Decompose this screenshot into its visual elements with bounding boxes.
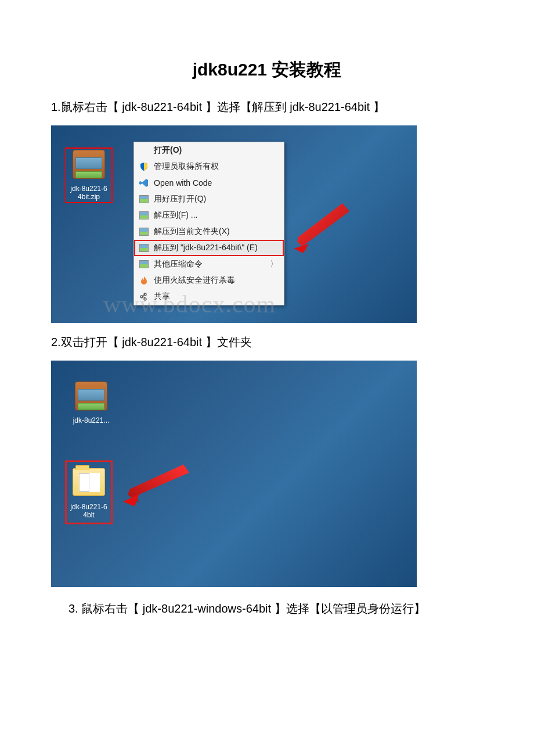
archive-icon	[75, 381, 107, 414]
folder-name-line1: jdk-8u221-6	[69, 503, 109, 511]
fire-icon	[139, 275, 149, 286]
step-3-text: 3. 鼠标右击【 jdk-8u221-windows-64bit 】选择【以管理…	[41, 601, 493, 617]
menu-virus-scan[interactable]: 使用火绒安全进行杀毒	[134, 272, 284, 289]
menu-share-label: 共享	[154, 291, 170, 302]
menu-admin-label: 管理员取得所有权	[154, 161, 219, 172]
menu-vscode-label: Open with Code	[154, 178, 212, 188]
menu-share[interactable]: 共享	[134, 289, 284, 305]
menu-open[interactable]: 打开(O)	[134, 142, 284, 159]
svg-marker-0	[297, 203, 349, 252]
zip-filename: jdk-8u221...	[67, 416, 115, 424]
share-icon	[139, 291, 149, 302]
haozip-icon	[139, 259, 149, 269]
step-2-text: 2.双击打开【 jdk-8u221-64bit 】文件夹	[51, 334, 493, 350]
red-arrow-icon	[122, 462, 197, 509]
desktop-zip-icon[interactable]: jdk-8u221-6 4bit.zip	[65, 147, 113, 203]
submenu-arrow-icon: 〉	[270, 259, 278, 269]
folder-name-line2: 4bit	[69, 511, 109, 519]
zip-filename-line1: jdk-8u221-6	[67, 185, 110, 193]
page-title: jdk8u221 安装教程	[41, 58, 493, 82]
haozip-icon	[139, 210, 149, 221]
zip-filename-line2: 4bit.zip	[67, 193, 110, 201]
screenshot-1: jdk-8u221-6 4bit.zip 打开(O) 管理员取得所有权 Open…	[51, 125, 417, 323]
menu-extract-to-label: 解压到(F) ...	[154, 210, 197, 221]
menu-other-compress[interactable]: 其他压缩命令 〉	[134, 256, 284, 272]
menu-haozip-open[interactable]: 用好压打开(Q)	[134, 191, 284, 207]
haozip-icon	[139, 194, 149, 204]
menu-extract-here[interactable]: 解压到当前文件夹(X)	[134, 224, 284, 240]
desktop-zip-icon-2[interactable]: jdk-8u221...	[67, 381, 115, 424]
step-1-text: 1.鼠标右击【 jdk-8u221-64bit 】选择【解压到 jdk-8u22…	[51, 99, 493, 115]
haozip-icon	[139, 226, 149, 237]
desktop-folder-icon[interactable]: jdk-8u221-6 4bit	[65, 460, 113, 524]
menu-extract-to[interactable]: 解压到(F) ...	[134, 207, 284, 224]
menu-extract-named-label: 解压到 "jdk-8u221-64bit\" (E)	[154, 243, 258, 253]
context-menu: 打开(O) 管理员取得所有权 Open with Code 用好压打开(Q) 解…	[134, 142, 284, 305]
blank-icon	[139, 145, 149, 156]
menu-extract-named[interactable]: 解压到 "jdk-8u221-64bit\" (E)	[134, 240, 284, 256]
menu-vscode[interactable]: Open with Code	[134, 175, 284, 191]
shield-icon	[139, 161, 149, 172]
archive-icon	[73, 150, 105, 182]
menu-open-label: 打开(O)	[154, 145, 182, 156]
menu-extract-here-label: 解压到当前文件夹(X)	[154, 226, 230, 237]
red-arrow-icon	[294, 195, 358, 259]
menu-haozip-open-label: 用好压打开(Q)	[154, 194, 206, 204]
menu-admin[interactable]: 管理员取得所有权	[134, 159, 284, 175]
menu-virus-scan-label: 使用火绒安全进行杀毒	[154, 275, 235, 286]
folder-icon	[73, 468, 105, 501]
screenshot-2: jdk-8u221... jdk-8u221-6 4bit	[51, 361, 417, 587]
haozip-icon	[139, 243, 149, 253]
vscode-icon	[139, 178, 149, 188]
menu-other-compress-label: 其他压缩命令	[154, 259, 203, 269]
